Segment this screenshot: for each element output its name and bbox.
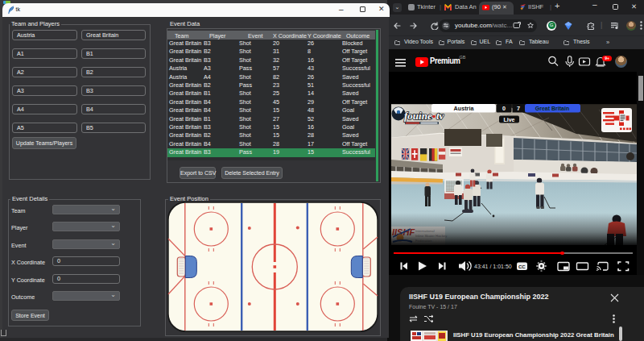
svg-text:Great Britain: Great Britain [535, 106, 569, 111]
svg-text:Live: Live [503, 117, 514, 123]
svg-text:Austria: Austria [454, 105, 475, 112]
svg-text:0: 0 [502, 105, 506, 112]
svg-text:43:41 / 1:01:50: 43:41 / 1:01:50 [474, 264, 512, 269]
svg-text:CC: CC [518, 264, 526, 269]
svg-text:fouine: fouine [404, 110, 432, 122]
svg-text:7: 7 [517, 105, 520, 112]
